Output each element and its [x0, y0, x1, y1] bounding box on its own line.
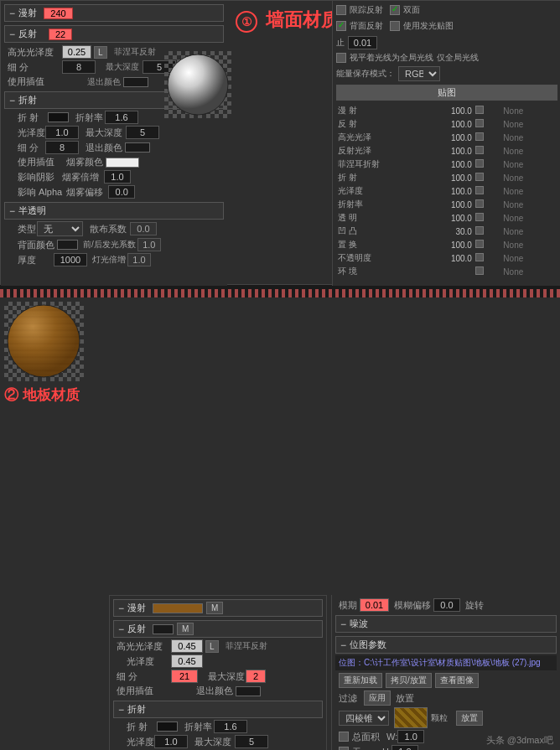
sphere-preview-top	[164, 51, 231, 118]
max-depth2-input[interactable]	[126, 126, 159, 139]
mode-input[interactable]	[360, 598, 389, 612]
top-section: − 漫射 240 − 反射 高光光泽度 L 菲涅耳反射 细 分 最大深度 使用插…	[0, 0, 560, 285]
minus-icon-reflect: −	[9, 28, 15, 40]
place-btn2[interactable]: 放置	[456, 711, 483, 726]
floor-preview-area	[4, 302, 84, 381]
diffuse-m-btn-bot[interactable]: M	[206, 602, 223, 614]
map-row-top-8: 透 明 100.0 None	[336, 211, 557, 225]
reflect-label-top: 反射	[18, 28, 37, 40]
none-filter-cb[interactable]	[339, 747, 349, 750]
energy-select[interactable]: RGB	[398, 66, 440, 81]
exit-swatch-bot[interactable]	[236, 686, 261, 696]
minus-icon-ref-bot: −	[118, 704, 124, 716]
refract-rate-lbl-bot: 折射率	[184, 721, 214, 733]
top-right-panel: 限踪反射 双面 背面反射 使用发光贴图 止 视平着光线为全局光线 仅全局光线	[332, 1, 560, 286]
reload-btn[interactable]: 重新加载	[339, 673, 382, 688]
fresnel-label-top: 菲涅耳反射	[114, 46, 156, 58]
copy-place-btn[interactable]: 拷贝/放置	[386, 673, 432, 688]
double-side-cb[interactable]	[390, 5, 400, 15]
exit-swatch2[interactable]	[125, 142, 150, 153]
refract-swatch[interactable]	[48, 112, 69, 122]
back-side-lbl: 背面反射	[350, 20, 383, 32]
use-emission-cb[interactable]	[390, 21, 400, 31]
scatter-coef-lbl: 散布系数	[90, 223, 127, 235]
fog-mul-input[interactable]	[104, 170, 131, 184]
front-back-input[interactable]	[137, 238, 161, 251]
l-btn-bot[interactable]: L	[205, 640, 219, 653]
minus-icon-refract: −	[9, 95, 15, 106]
gloss2-lbl: 光泽度	[8, 127, 45, 139]
diffuse-color-swatch-bot[interactable]	[153, 603, 203, 613]
map-row-top-9: 凹 凸 30.0 None	[336, 225, 557, 238]
bottom-section: ② 地板材质 − 漫射 M − 反射 M 高光光泽度 L 菲涅耳反射 光泽度	[0, 297, 560, 750]
map-row-top-10: 置 换 100.0 None	[336, 238, 557, 251]
reflect-m-btn-bot[interactable]: M	[177, 623, 194, 635]
fog-offset-input[interactable]	[108, 185, 135, 199]
fog-mul-lbl: 烟雾倍增	[62, 171, 104, 184]
reflect-swatch-bot[interactable]	[153, 624, 174, 634]
view-image-btn[interactable]: 查看图像	[435, 673, 479, 688]
stop-input[interactable]	[348, 36, 377, 49]
apply-btn[interactable]: 应用	[364, 691, 391, 706]
back-color-swatch[interactable]	[57, 240, 78, 250]
subdivs2-input[interactable]	[45, 141, 79, 154]
type-lbl: 类型	[8, 223, 37, 235]
exit-color-top: 退出颜色	[87, 76, 121, 88]
light-mul-input[interactable]	[127, 253, 151, 266]
bitmap-section: − 位图参数	[335, 636, 557, 654]
use-interp-bot: 使用插值	[117, 685, 171, 697]
gloss2-input[interactable]	[45, 126, 79, 139]
limit-reflect-lbl: 限踪反射	[350, 4, 383, 16]
place-lbl: 放置	[396, 692, 414, 705]
w-input[interactable]	[397, 730, 424, 743]
max-depth-input-bot[interactable]	[246, 670, 266, 683]
max-depth3-input[interactable]	[235, 735, 268, 748]
refract-section-bot: − 折射	[113, 701, 323, 718]
file-path-row: 位图：C:\计工作室\设计室\材质贴图\地板\地板 (27).jpg	[335, 655, 557, 670]
refract2-swatch[interactable]	[157, 722, 178, 732]
refr-gloss-input[interactable]	[154, 735, 188, 748]
diffuse-input-top[interactable]: 240	[44, 8, 73, 19]
affect-alpha-lbl: 影响 Alpha	[8, 186, 62, 199]
texture-thumb	[394, 707, 428, 728]
refract-rate-label: 折射率	[75, 111, 105, 124]
mode-offset-input[interactable]	[433, 598, 460, 612]
gloss2-input-bot[interactable]	[171, 654, 203, 668]
mode-offset-lbl: 模糊偏移	[394, 599, 431, 612]
refract-lbl-bot: 折射	[127, 703, 146, 716]
exit-color-swatch[interactable]	[123, 77, 148, 87]
total-area-cb[interactable]	[339, 732, 349, 742]
exit-color2-lbl: 退出颜色	[86, 142, 122, 154]
floor-title: ② 地板材质	[4, 387, 80, 403]
affect-shadow-lbl: 影响阴影	[8, 171, 58, 184]
circle-num-top: ①	[236, 11, 257, 33]
global-light-cb[interactable]	[336, 53, 346, 63]
refract-rate-input-bot[interactable]	[214, 720, 247, 733]
h-input[interactable]	[391, 745, 418, 750]
gloss-input-bot[interactable]	[171, 639, 203, 653]
type-select[interactable]: 无	[37, 221, 83, 236]
refract-rate-input[interactable]	[105, 111, 138, 124]
refract2-lbl: 折 射	[117, 721, 154, 733]
subdivs2-lbl: 细 分	[8, 142, 45, 154]
gloss2-lbl-bot: 光泽度	[117, 655, 171, 668]
limit-reflect-cb[interactable]	[336, 5, 346, 15]
gloss-input[interactable]	[62, 45, 91, 59]
minus-icon-trans: −	[9, 205, 15, 217]
subdivs-label-top: 细 分	[8, 61, 62, 74]
w-lbl: W:	[386, 732, 397, 742]
stop-lbl: 止	[336, 37, 345, 49]
reflect-input-top[interactable]	[49, 28, 72, 40]
file-path-text: 位图：C:\计工作室\设计室\材质贴图\地板\地板 (27).jpg	[339, 658, 541, 667]
back-side-cb[interactable]	[336, 21, 346, 31]
subdivs-input[interactable]	[62, 60, 96, 74]
scatter-input[interactable]	[130, 222, 157, 235]
filter-select[interactable]: 四棱锥	[339, 711, 389, 726]
fog-color-swatch[interactable]	[106, 158, 139, 168]
map-row-top-0: 漫 射 100.0 None	[336, 104, 557, 117]
rotate-lbl: 旋转	[465, 599, 484, 612]
max-depth2-label: 最大深度	[86, 127, 122, 139]
subdivs-input-bot[interactable]	[171, 670, 198, 683]
l-button-top[interactable]: L	[94, 46, 107, 59]
depth-input[interactable]	[54, 253, 87, 266]
